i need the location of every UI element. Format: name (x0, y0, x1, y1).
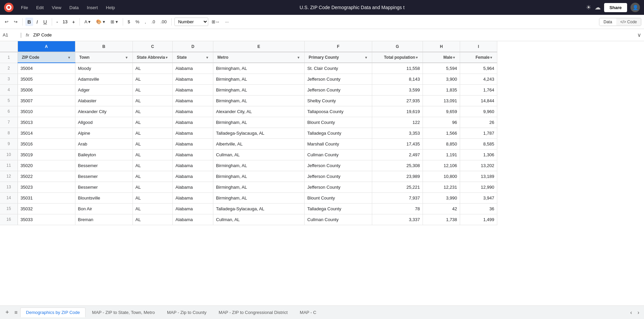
cell-11-H[interactable]: 12,106 (423, 160, 460, 171)
cell-16-I[interactable]: 1,499 (460, 214, 497, 225)
cell-4-E[interactable]: Birmingham, AL (213, 84, 305, 95)
cell-3-F[interactable]: Jefferson County (305, 74, 372, 84)
cell-2-I[interactable]: 5,964 (460, 63, 497, 74)
filter-total-pop-icon[interactable]: ▼ (415, 56, 419, 59)
cell-4-D[interactable]: Alabama (173, 84, 213, 95)
cell-11-B[interactable]: Bessemer (75, 160, 133, 171)
cell-9-G[interactable]: 17,435 (372, 138, 423, 149)
cell-7-A[interactable]: 35013 (18, 117, 75, 128)
filter-zip-icon[interactable]: ▼ (68, 56, 71, 59)
cell-9-F[interactable]: Marshall County (305, 138, 372, 149)
cell-2-F[interactable]: St. Clair County (305, 63, 372, 74)
add-sheet-button[interactable]: + (3, 308, 12, 317)
decimal-dec-button[interactable]: .0 (149, 18, 157, 26)
cell-5-E[interactable]: Birmingham, AL (213, 95, 305, 106)
cell-14-H[interactable]: 3,990 (423, 192, 460, 203)
comma-button[interactable]: , (143, 18, 148, 26)
cell-7-D[interactable]: Alabama (173, 117, 213, 128)
cell-6-I[interactable]: 9,960 (460, 106, 497, 117)
cell-4-G[interactable]: 3,599 (372, 84, 423, 95)
col-header-A[interactable]: A (18, 41, 75, 52)
cell-10-F[interactable]: Cullman County (305, 149, 372, 160)
cell-14-B[interactable]: Blountsville (75, 192, 133, 203)
cell-15-I[interactable]: 36 (460, 203, 497, 214)
cell-13-A[interactable]: 35023 (18, 182, 75, 192)
formula-input[interactable] (32, 32, 635, 38)
sheet-menu-button[interactable]: ≡ (12, 308, 20, 317)
cell-11-G[interactable]: 25,308 (372, 160, 423, 171)
col-header-I[interactable]: I (460, 41, 497, 52)
dollar-button[interactable]: $ (126, 18, 132, 26)
cell-5-F[interactable]: Shelby County (305, 95, 372, 106)
cell-2-G[interactable]: 11,558 (372, 63, 423, 74)
cell-2-A[interactable]: 35004 (18, 63, 75, 74)
cell-8-A[interactable]: 35014 (18, 128, 75, 138)
cell-4-B[interactable]: Adger (75, 84, 133, 95)
cell-3-C[interactable]: AL (133, 74, 173, 84)
cell-8-F[interactable]: Talladega County (305, 128, 372, 138)
cell-8-G[interactable]: 3,353 (372, 128, 423, 138)
cell-8-E[interactable]: Talladega-Sylacauga, AL (213, 128, 305, 138)
filter-state-icon[interactable]: ▼ (206, 56, 209, 59)
cell-6-B[interactable]: Alexander City (75, 106, 133, 117)
cell-3-D[interactable]: Alabama (173, 74, 213, 84)
cell-9-I[interactable]: 8,585 (460, 138, 497, 149)
cell-14-E[interactable]: Birmingham, AL (213, 192, 305, 203)
cell-3-B[interactable]: Adamsville (75, 74, 133, 84)
menu-edit[interactable]: Edit (33, 4, 47, 11)
cell-2-D[interactable]: Alabama (173, 63, 213, 74)
cell-14-A[interactable]: 35031 (18, 192, 75, 203)
data-table-wrapper[interactable]: A B C D E F G H I 1 ZIP Code ▼ (0, 41, 644, 305)
share-button[interactable]: Share (604, 3, 627, 12)
cell-8-I[interactable]: 1,787 (460, 128, 497, 138)
cell-12-F[interactable]: Jefferson County (305, 171, 372, 182)
cell-16-C[interactable]: AL (133, 214, 173, 225)
col-header-C[interactable]: C (133, 41, 173, 52)
cell-10-B[interactable]: Baileyton (75, 149, 133, 160)
cell-16-D[interactable]: Alabama (173, 214, 213, 225)
cell-2-H[interactable]: 5,594 (423, 63, 460, 74)
filter-county-icon[interactable]: ▼ (364, 56, 368, 59)
cell-9-H[interactable]: 8,850 (423, 138, 460, 149)
code-view-button[interactable]: </> Code (616, 18, 641, 26)
col-header-B[interactable]: B (75, 41, 133, 52)
cell-16-A[interactable]: 35033 (18, 214, 75, 225)
cell-13-B[interactable]: Bessemer (75, 182, 133, 192)
filter-town-icon[interactable]: ▼ (125, 56, 128, 59)
cell-4-C[interactable]: AL (133, 84, 173, 95)
text-color-button[interactable]: A ▾ (82, 18, 93, 26)
menu-file[interactable]: File (18, 4, 31, 11)
filter-metro-icon[interactable]: ▼ (297, 56, 300, 59)
header-zip-code[interactable]: ZIP Code ▼ (18, 52, 75, 63)
decimal-inc-button[interactable]: .00 (159, 18, 169, 26)
cell-4-A[interactable]: 35006 (18, 84, 75, 95)
cell-12-D[interactable]: Alabama (173, 171, 213, 182)
percent-button[interactable]: % (134, 18, 142, 26)
merge-button[interactable]: ⊞↔ (210, 18, 222, 26)
tab-map-c[interactable]: MAP - C (294, 308, 322, 317)
cell-11-I[interactable]: 13,202 (460, 160, 497, 171)
cell-13-E[interactable]: Birmingham, AL (213, 182, 305, 192)
cell-16-H[interactable]: 1,738 (423, 214, 460, 225)
header-female[interactable]: Female ▼ (460, 52, 497, 63)
tab-next-button[interactable]: › (636, 309, 641, 316)
undo-button[interactable]: ↩ (3, 18, 10, 26)
cell-7-G[interactable]: 122 (372, 117, 423, 128)
cell-10-H[interactable]: 1,191 (423, 149, 460, 160)
cell-9-E[interactable]: Albertville, AL (213, 138, 305, 149)
cell-5-A[interactable]: 35007 (18, 95, 75, 106)
cell-13-G[interactable]: 25,221 (372, 182, 423, 192)
redo-button[interactable]: ↪ (12, 18, 20, 26)
cell-12-E[interactable]: Birmingham, AL (213, 171, 305, 182)
cell-16-B[interactable]: Breman (75, 214, 133, 225)
cell-6-C[interactable]: AL (133, 106, 173, 117)
cell-12-I[interactable]: 13,189 (460, 171, 497, 182)
col-header-F[interactable]: F (305, 41, 372, 52)
cell-5-B[interactable]: Alabaster (75, 95, 133, 106)
cell-8-H[interactable]: 1,566 (423, 128, 460, 138)
underline-button[interactable]: U (41, 18, 49, 26)
cell-14-D[interactable]: Alabama (173, 192, 213, 203)
cell-3-I[interactable]: 4,243 (460, 74, 497, 84)
cell-14-C[interactable]: AL (133, 192, 173, 203)
cell-7-E[interactable]: Birmingham, AL (213, 117, 305, 128)
